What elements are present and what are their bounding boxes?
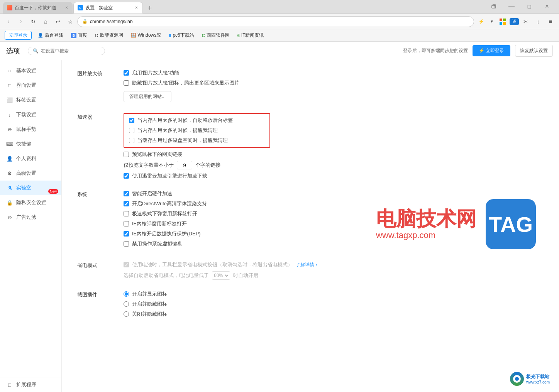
sidebar-item-tabs[interactable]: ⬜ 标签设置 [0,93,61,107]
power-threshold-select[interactable]: 60% 40% 80% [212,271,230,280]
checkbox-battery[interactable] [124,262,129,267]
checkbox-hw-accel[interactable] [124,191,129,196]
ads-icon: ⊘ [6,215,13,220]
ms-grid-icon[interactable] [497,16,508,27]
option-acc-auto-release: 当内存占用太多的时候，自动释放后台标签 [129,117,265,124]
label-screenshot-show: 开启并显示图标 [132,291,167,297]
login-quick-btn[interactable]: 立即登录 [5,31,32,40]
ui-icon: □ [6,83,13,88]
checkbox-ie-dep[interactable] [124,231,129,237]
sidebar-item-ads[interactable]: ⊘ 广告过滤 [0,210,61,225]
option-ie-dep: IE内核开启数据执行保护(DEP) [124,230,544,237]
power-detail-link[interactable]: 了解详情 › [296,262,317,268]
tab-settings-lab[interactable]: S 设置 - 实验室 × [73,2,143,14]
sidebar-item-mouse[interactable]: ⊕ 鼠标手势 [0,122,61,137]
checkbox-ie-popup[interactable] [124,221,129,226]
search-input[interactable] [41,48,100,54]
translate-icon[interactable]: 译 [510,18,519,25]
tab-bar: 百度一下，你就知道 × S 设置 - 实验室 × + — □ × [0,0,559,14]
sidebar-item-lab[interactable]: ⚗ 实验室 New [0,181,61,195]
checkbox-directwrite[interactable] [124,201,129,206]
close-btn[interactable]: × [538,0,556,14]
bookmark-label-1: 百度 [78,32,87,39]
sidebar-item-profile[interactable]: 👤 个人资料 [0,151,61,166]
sidebar-item-download[interactable]: ↓ 下载设置 [0,107,61,122]
system-label: 系统 [77,190,124,198]
bookmark-pc6[interactable]: 6 pc6下载站 [166,31,197,39]
bookmark-xixi[interactable]: C 西西软件园 [199,31,233,39]
sidebar-item-shortcut[interactable]: ⌨ 快捷键 [0,137,61,151]
tabs-icon: ⬜ [6,97,13,103]
power-content: 使用电池时，工具栏显示省电模式按钮（取消勾选时，将退出省电模式） 了解详情 › … [124,261,544,280]
bookmark-oufei[interactable]: O 欧菲资源网 [92,31,126,39]
menu-icon[interactable]: ≡ [545,16,556,27]
radio-screenshot-off[interactable] [124,311,129,317]
sidebar-item-basic[interactable]: ○ 基本设置 [0,63,61,78]
settings-title: 选项 [6,46,20,56]
manage-sites-btn[interactable]: 管理启用的网站... [124,91,171,102]
star-btn[interactable]: ☆ [65,16,76,27]
refresh-btn[interactable]: ↻ [28,16,39,27]
option-min-chars: 仅预览文字数量不小于 个字的链接 [124,161,544,169]
radio-screenshot-show[interactable] [124,291,129,297]
sidebar-label-tabs: 标签设置 [16,96,36,103]
minimize-btn[interactable]: — [503,0,520,14]
label-ie-popup: IE内核弹窗用新标签打开 [132,220,187,227]
tab-baidu[interactable]: 百度一下，你就知道 × [3,2,73,14]
search-box[interactable]: 🔍 [28,47,105,55]
sidebar: ○ 基本设置 □ 界面设置 ⬜ 标签设置 ↓ 下载设置 ⊕ 鼠标手势 ⌨ 快捷键 [0,60,62,392]
tab2-label: 设置 - 实验室 [85,5,132,11]
dropdown-arrow[interactable]: ▼ [488,18,496,25]
sidebar-label-ads: 广告过滤 [16,214,36,221]
new-tab-button[interactable]: + [144,3,155,14]
scissors-icon[interactable]: ✂ [520,16,531,27]
checkbox-acc-disk-remind[interactable] [129,138,134,143]
bookmark-baidu[interactable]: B 百度 [68,31,90,39]
home-btn[interactable]: ⌂ [40,16,51,27]
checkbox-turbo-popup[interactable] [124,211,129,216]
red-box: 当内存占用太多的时候，自动释放后台标签 当内存占用太多的时候，提醒我清理 当缓存… [124,113,270,148]
header-login-btn[interactable]: ⚡ 立即登录 [473,45,510,56]
bottom-nav-extensions[interactable]: □ 扩展程序 [0,377,62,392]
option-turbo-popup: 极速模式下弹窗用新标签打开 [124,210,544,217]
bookmark-windows[interactable]: 🪟 Windows应 [128,31,164,39]
url-text: chrome://settings/lab [90,19,133,24]
sidebar-item-ui[interactable]: □ 界面设置 [0,78,61,93]
extension-icon-1[interactable]: ⚡ [476,16,486,27]
option-auto-power: 选择自动启动省电模式，电池电量低于 60% 40% 80% 时自动开启 [124,271,544,280]
back-btn[interactable]: ‹ [3,16,14,27]
label-thunder-accel: 使用迅雷云加速引擎进行加速下载 [132,172,207,179]
checkbox-image-zoom-hide[interactable] [124,80,129,86]
tab1-close[interactable]: × [64,5,69,10]
bookmark-it-news[interactable]: 6 IT新闻资讯 [234,31,267,39]
radio-screenshot-hide[interactable] [124,301,129,307]
extensions-icon: □ [6,382,13,388]
maximize-btn[interactable]: □ [520,0,538,14]
screenshot-content: 开启并显示图标 开启并隐藏图标 关闭并隐藏图标 [124,291,544,318]
url-bar[interactable]: 🔒 chrome://settings/lab [77,16,474,27]
min-chars-input[interactable] [177,161,192,169]
sidebar-item-privacy[interactable]: 🔒 隐私安全设置 [0,195,61,210]
svg-rect-0 [492,5,495,8]
label-image-zoom-enable: 启用'图片放大镜'功能 [132,69,179,76]
checkbox-image-zoom-enable[interactable] [124,70,129,76]
option-battery: 使用电池时，工具栏显示省电模式按钮（取消勾选时，将退出省电模式） 了解详情 › [124,261,544,268]
label-hw-accel: 智能开启硬件加速 [132,190,172,197]
login-hint: 登录后，即可多端同步您的设置 [403,47,468,54]
forward-btn[interactable]: › [15,16,26,27]
accelerator-section: 加速器 当内存占用太多的时候，自动释放后台标签 当内存占用太多的时候，提醒我清理 [77,113,544,179]
image-zoom-label: 图片放大镜 [77,69,124,77]
checkbox-acc-remind-clean[interactable] [129,128,134,133]
history-back-btn[interactable]: ↩ [53,16,63,27]
bookmark-bg-login[interactable]: 👤 后台登陆 [35,31,66,39]
checkbox-acc-auto-release[interactable] [129,118,134,123]
checkbox-thunder-accel[interactable] [124,173,129,179]
header-restore-btn[interactable]: 恢复默认设置 [515,45,553,57]
checkbox-preview-link[interactable] [124,152,129,157]
restore-window-btn[interactable] [485,0,503,14]
tab2-close[interactable]: × [134,5,139,10]
checkbox-disable-vkb[interactable] [124,241,129,247]
option-acc-remind-clean: 当内存占用太多的时候，提醒我清理 [129,127,265,134]
download-icon[interactable]: ↓ [533,16,544,27]
sidebar-item-advanced[interactable]: ⚙ 高级设置 [0,166,61,181]
